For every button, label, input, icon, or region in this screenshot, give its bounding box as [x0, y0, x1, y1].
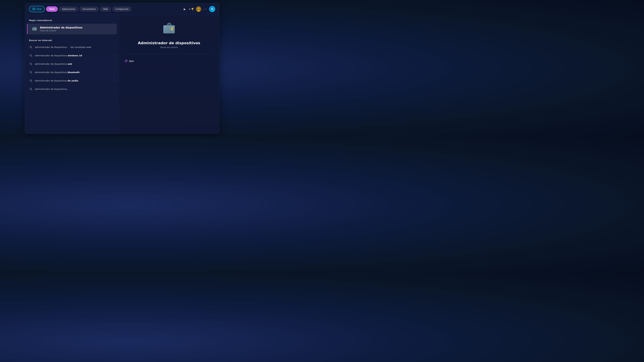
- todo-tab-label: Todo: [49, 8, 55, 10]
- trophy-icon: 🏆: [191, 8, 194, 10]
- result-suffix: Ver resultados web: [70, 46, 91, 48]
- result-text: administrador de dispositivos windows 10: [35, 54, 82, 57]
- result-prefix: administrador de dispositivos...: [35, 88, 69, 90]
- result-text: administrador de dispositivos - Ver resu…: [35, 46, 91, 48]
- result-bold: de audio: [68, 79, 78, 82]
- detail-divider: [124, 54, 214, 54]
- chevron-right-icon: ›: [114, 46, 115, 48]
- result-text: administrador de dispositivos usb: [35, 63, 72, 65]
- chevron-right-icon: ›: [114, 63, 115, 65]
- svg-line-7: [31, 56, 32, 57]
- chevron-right-icon: ›: [114, 79, 115, 82]
- result-left: administrador de dispositivos - Ver resu…: [29, 45, 114, 49]
- result-left: administrador de dispositivos de audio: [29, 79, 114, 82]
- svg-line-5: [31, 48, 32, 48]
- search-icon: [29, 54, 33, 57]
- svg-point-2: [198, 7, 200, 9]
- configuracion-tab-label: Configuració: [116, 8, 129, 10]
- result-bold: windows 10: [68, 54, 82, 57]
- web-tab-label: Web: [103, 8, 108, 10]
- search-icon: [29, 62, 33, 66]
- large-icon-body: [163, 25, 175, 33]
- search-icon: [29, 87, 33, 91]
- play-icon: ▶: [184, 7, 186, 11]
- search-icon: [29, 70, 33, 74]
- result-prefix: administrador de dispositivos: [35, 71, 68, 73]
- avatar-image: [196, 6, 201, 12]
- best-match-text: Administrador de dispositivos Panel de c…: [40, 26, 82, 32]
- result-left: administrador de dispositivos windows 10: [29, 54, 114, 57]
- list-item[interactable]: administrador de dispositivos usb ›: [25, 60, 119, 68]
- svg-line-15: [31, 89, 32, 90]
- result-bold: bluetooth: [68, 71, 80, 73]
- best-match-item[interactable]: Administrador de dispositivos Panel de c…: [27, 24, 117, 34]
- open-button[interactable]: Abrir: [124, 58, 214, 64]
- chevron-right-icon: ›: [114, 71, 115, 73]
- detail-subtitle: Panel de control: [160, 46, 178, 49]
- result-left: administrador de dispositivos bluetooth: [29, 70, 114, 74]
- search-icon: [29, 45, 33, 49]
- left-panel: Mejor coincidencia Administrador de disp…: [25, 15, 119, 134]
- detail-icon-wrapper: [162, 22, 176, 37]
- open-external-icon: [124, 59, 128, 63]
- tab-documentos[interactable]: Documentos: [80, 6, 99, 12]
- open-button-label: Abrir: [129, 60, 134, 62]
- right-panel: Administrador de dispositivos Panel de c…: [119, 15, 219, 134]
- avatar[interactable]: [196, 6, 201, 12]
- list-item[interactable]: administrador de dispositivos... ›: [25, 85, 119, 93]
- top-nav: Chat Todo Aplicaciones Documentos Web Co…: [25, 3, 219, 15]
- chevron-right-icon: ›: [114, 88, 115, 90]
- list-item[interactable]: administrador de dispositivos bluetooth …: [25, 68, 119, 76]
- svg-line-9: [31, 64, 32, 65]
- app-icon-wrapper: [32, 26, 38, 32]
- large-device-manager-icon: [162, 22, 176, 37]
- bing-chat-icon: [32, 7, 36, 10]
- result-left: administrador de dispositivos usb: [29, 62, 114, 66]
- internet-section: Buscar en Internet administrador de disp…: [25, 39, 119, 93]
- bing-logo-icon: [210, 7, 214, 11]
- result-prefix: administrador de dispositivos: [35, 79, 68, 82]
- search-panel: Chat Todo Aplicaciones Documentos Web Co…: [25, 3, 219, 134]
- result-text: administrador de dispositivos...: [35, 88, 69, 90]
- tab-web[interactable]: Web: [100, 6, 111, 12]
- result-separator: -: [68, 46, 70, 48]
- bing-button[interactable]: [209, 6, 215, 12]
- list-item[interactable]: administrador de dispositivos windows 10…: [25, 51, 119, 60]
- content-area: Mejor coincidencia Administrador de disp…: [25, 15, 219, 134]
- app-name: Administrador de dispositivos: [40, 26, 82, 29]
- result-left: administrador de dispositivos...: [29, 87, 114, 91]
- chat-tab-label: Chat: [36, 8, 42, 10]
- score-value: 6: [189, 8, 190, 10]
- tab-aplicaciones[interactable]: Aplicaciones: [59, 6, 78, 12]
- tab-chat[interactable]: Chat: [29, 6, 45, 12]
- internet-section-title: Buscar en Internet: [25, 39, 119, 43]
- more-button[interactable]: ···: [203, 7, 207, 11]
- chevron-right-icon: ›: [114, 54, 115, 57]
- tab-todo[interactable]: Todo: [46, 6, 58, 12]
- list-item[interactable]: administrador de dispositivos de audio ›: [25, 76, 119, 85]
- app-subtitle: Panel de control: [40, 29, 82, 32]
- result-bold: usb: [68, 63, 72, 65]
- device-manager-icon: [32, 26, 37, 32]
- score-badge: 6 🏆: [189, 8, 194, 10]
- result-prefix: administrador de dispositivos: [35, 54, 68, 57]
- search-icon: [29, 79, 33, 82]
- device-icon-body: [32, 27, 37, 31]
- tab-configuracion[interactable]: Configuració: [112, 6, 132, 12]
- result-text: administrador de dispositivos bluetooth: [35, 71, 80, 73]
- list-item[interactable]: administrador de dispositivos - Ver resu…: [25, 43, 119, 51]
- best-match-section-title: Mejor coincidencia: [25, 19, 119, 24]
- nav-right: ▶ 6 🏆 ···: [182, 6, 215, 12]
- play-button[interactable]: ▶: [182, 7, 187, 11]
- aplicaciones-tab-label: Aplicaciones: [62, 8, 75, 10]
- detail-title: Administrador de dispositivos: [138, 41, 200, 45]
- svg-line-13: [31, 81, 32, 82]
- more-icon: ···: [203, 7, 207, 11]
- result-prefix: administrador de dispositivos: [35, 46, 67, 48]
- result-prefix: administrador de dispositivos: [35, 63, 68, 65]
- result-text: administrador de dispositivos de audio: [35, 79, 78, 82]
- documentos-tab-label: Documentos: [82, 8, 96, 10]
- svg-line-11: [31, 73, 32, 73]
